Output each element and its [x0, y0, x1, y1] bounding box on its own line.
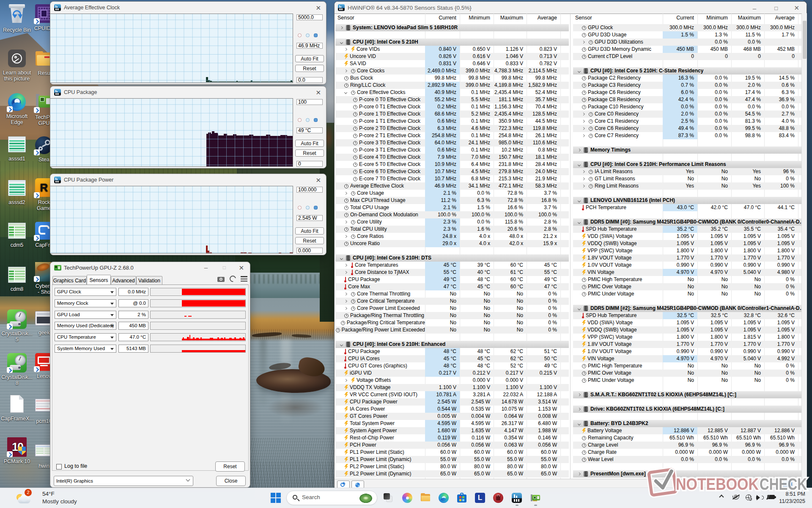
svg-text:CHECK: CHECK [760, 475, 807, 493]
svg-text:NOTEBOOK: NOTEBOOK [676, 475, 759, 493]
